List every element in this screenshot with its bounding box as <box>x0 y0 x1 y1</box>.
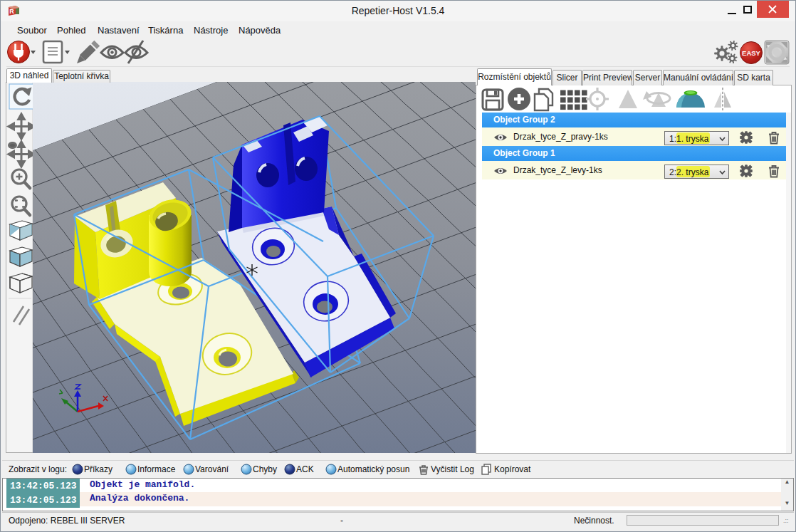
svg-text:EASY: EASY <box>742 49 761 57</box>
